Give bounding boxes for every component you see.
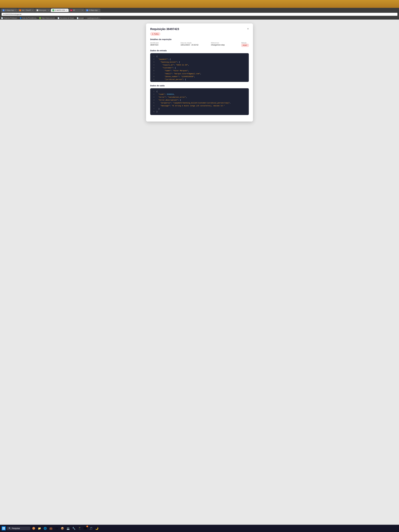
taskbar-icon-dev[interactable]: 💻 bbox=[66, 526, 70, 531]
line-number: 7 bbox=[152, 108, 154, 110]
bookmark-qualiseg-label: — qualisegconsult.s... bbox=[85, 17, 101, 19]
webservice-label: Webservice bbox=[211, 42, 239, 44]
modal-overlay: Requisição 38497423 × ⚠ Falha Detalhes d… bbox=[146, 24, 253, 522]
tab-nova-close[interactable]: ✕ bbox=[48, 10, 49, 11]
line-content: "code": 3500034, bbox=[157, 93, 175, 96]
code-line: 6 "name": "Vitor Marques", bbox=[152, 69, 247, 72]
taskbar-icon-files[interactable]: 🍪 bbox=[31, 526, 36, 531]
line-number: 2 bbox=[152, 58, 154, 61]
code-line: 8 "phone_number": "11940518638", bbox=[152, 75, 247, 78]
line-content: "property": "/payment/banking_billet/cus… bbox=[157, 101, 231, 104]
line-number: 9 bbox=[152, 78, 154, 81]
tab-nova-label: Nova guia bbox=[39, 9, 46, 11]
code-line: 2 "payment": { bbox=[152, 58, 247, 61]
line-content: "email": "marque.vitor47@gmail.com", bbox=[157, 72, 201, 75]
svg-rect-3 bbox=[4, 528, 5, 530]
code-line: 4 "error_description": { bbox=[152, 99, 247, 101]
line-content: "banking_billet": { bbox=[157, 61, 180, 64]
bookmark-google[interactable]: 📄 google bbox=[77, 17, 84, 19]
tab-eff-icon: ▶ bbox=[70, 9, 72, 11]
tab-cloud[interactable]: 🔥 test - Cloud F ✕ bbox=[18, 9, 35, 12]
output-code-block[interactable]: 1{2 "code": 3500034,3 "error": "validati… bbox=[150, 88, 249, 115]
taskbar-icon-phone[interactable]: 📱 bbox=[77, 526, 82, 531]
tab-nova[interactable]: ⬜ Nova guia ✕ bbox=[35, 9, 51, 12]
tab-cloud-icon: 🔥 bbox=[19, 9, 21, 11]
bookmark-security[interactable]: 🟩 https://www.securit... bbox=[39, 17, 56, 19]
line-number: 5 bbox=[152, 66, 154, 69]
start-button[interactable] bbox=[2, 526, 6, 530]
tab-cloud-label: test - Cloud F bbox=[22, 9, 31, 11]
tab-bar: G G Maps App ✕ 🔥 test - Cloud F ✕ ⬜ Nova… bbox=[0, 8, 399, 12]
code-line: 8} bbox=[152, 110, 247, 113]
address-bar-row: es/289352/homologacao bbox=[0, 12, 399, 17]
modal-header: Requisição 38497423 × bbox=[150, 27, 249, 31]
input-section: Dados de entrada 1{2 "payment": {3 "bank… bbox=[150, 49, 249, 82]
code-line: 7 } bbox=[152, 108, 247, 110]
line-content: { bbox=[157, 55, 158, 58]
bookmark-previdencia[interactable]: 🔵 Guia da Previdência... bbox=[20, 17, 38, 19]
taskbar-icon-vscode[interactable]: 🔧 bbox=[71, 526, 76, 531]
line-content: { bbox=[157, 90, 158, 93]
data-label: Data de criação bbox=[181, 42, 208, 44]
code-line: 9 "juridical_person": { bbox=[152, 78, 247, 81]
taskbar-icon-store[interactable]: 💼 bbox=[49, 526, 53, 531]
bookmark-portal[interactable]: 📄 Portal do Professor... bbox=[1, 17, 18, 19]
code-line: 2 "code": 3500034, bbox=[152, 93, 247, 96]
line-number: 8 bbox=[152, 75, 154, 78]
tab-gmaps1-close[interactable]: ✕ bbox=[15, 10, 16, 11]
code-line: 3 "banking_billet": { bbox=[152, 61, 247, 64]
address-bar[interactable]: es/289352/homologacao bbox=[2, 13, 397, 16]
taskbar-search-label: Pesquisar bbox=[12, 527, 20, 529]
tab-gmapscon-close[interactable]: ✕ bbox=[66, 10, 67, 11]
line-number: 4 bbox=[152, 99, 154, 101]
top-bezel bbox=[0, 0, 399, 8]
taskbar-icon-keyboard[interactable]: ⌨ 11 bbox=[83, 526, 88, 531]
modal-title: Requisição 38497423 bbox=[150, 27, 179, 31]
tab-eff-close[interactable]: ✕ bbox=[82, 10, 83, 11]
tab-gmaps1-label: G Maps App bbox=[5, 9, 14, 11]
bookmark-secretaria-label: Secretaria de Estad... bbox=[60, 17, 75, 19]
taskbar-icon-dropbox[interactable]: 📦 bbox=[60, 526, 65, 531]
bookmark-previdencia-icon: 🔵 bbox=[20, 17, 22, 19]
tab-gmapscon[interactable]: M G MAPS CON ✕ bbox=[51, 9, 69, 12]
line-content: } bbox=[157, 110, 158, 113]
bookmarks-bar: 📄 Portal do Professor... 🔵 Guia da Previ… bbox=[0, 17, 399, 19]
bookmark-secretaria[interactable]: 📄 Secretaria de Estad... bbox=[57, 17, 75, 19]
tab-nova-icon: ⬜ bbox=[37, 9, 38, 11]
line-number: 1 bbox=[152, 55, 154, 58]
taskbar-search-box[interactable]: 🔍 Pesquisar bbox=[7, 526, 30, 530]
taskbar-icon-folder[interactable]: 📁 bbox=[37, 526, 42, 531]
line-number: 6 bbox=[152, 104, 154, 107]
badge-label: Falha bbox=[154, 33, 158, 35]
bookmark-secretaria-icon: 📄 bbox=[57, 17, 59, 19]
taskbar-icon-music[interactable]: 🎵 bbox=[89, 526, 93, 531]
modal-close-button[interactable]: × bbox=[247, 27, 249, 30]
tab-gmaps2-label: G Maps App bbox=[89, 9, 98, 11]
tab-gmaps2-icon: G bbox=[86, 9, 88, 11]
tab-cloud-close[interactable]: ✕ bbox=[32, 10, 33, 11]
line-content: "payment": { bbox=[157, 58, 171, 61]
line-number: 8 bbox=[152, 110, 154, 113]
input-section-title: Dados de entrada bbox=[150, 49, 249, 52]
taskbar-icon-browser[interactable]: 🌐 bbox=[43, 526, 47, 531]
status-badge: ⚠ Falha bbox=[150, 32, 160, 36]
modal-dialog: Requisição 38497423 × ⚠ Falha Detalhes d… bbox=[146, 24, 253, 121]
bookmark-portal-icon: 📄 bbox=[1, 17, 3, 19]
line-number: 3 bbox=[152, 96, 154, 99]
taskbar-icon-mail[interactable]: 🗂 bbox=[54, 526, 59, 531]
tab-eff[interactable]: ▶ Eff ✕ bbox=[69, 9, 84, 12]
line-number: 6 bbox=[152, 69, 154, 72]
taskbar-icon-moon[interactable]: 🌙 bbox=[95, 526, 99, 531]
bookmark-previdencia-label: Guia da Previdência... bbox=[22, 17, 38, 19]
code-line: 6 "message": "A string é muito longa (15… bbox=[152, 104, 247, 107]
tab-gmaps1[interactable]: G G Maps App ✕ bbox=[1, 9, 17, 12]
line-number: 1 bbox=[152, 90, 154, 93]
windows-icon bbox=[2, 527, 5, 530]
bookmark-qualiseg[interactable]: — qualisegconsult.s... bbox=[85, 17, 101, 19]
tab-gmaps2[interactable]: G G Maps App bbox=[85, 9, 100, 12]
svg-rect-0 bbox=[2, 527, 4, 528]
input-code-block[interactable]: 1{2 "payment": {3 "banking_billet": {4 "… bbox=[150, 53, 249, 82]
identificador-label: Identificador bbox=[150, 42, 178, 44]
line-content: "juridical_person": { bbox=[157, 78, 186, 81]
line-number: 7 bbox=[152, 72, 154, 75]
